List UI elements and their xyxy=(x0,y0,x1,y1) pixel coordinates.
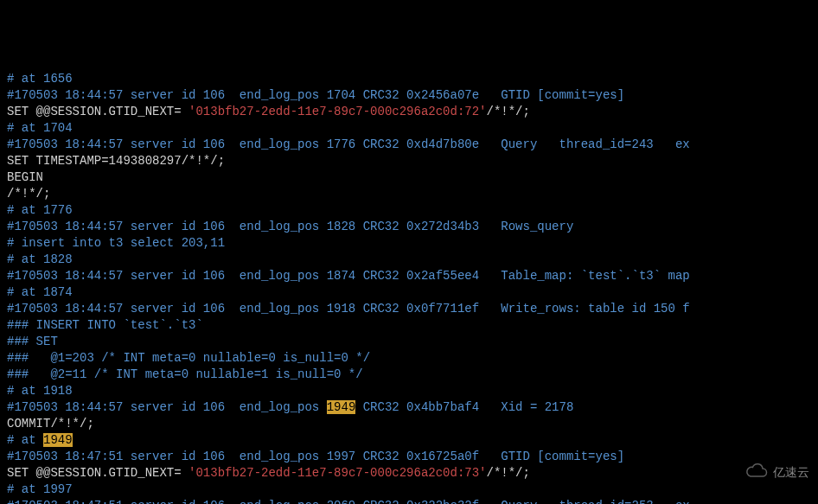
log-segment: # at 1874 xyxy=(7,285,73,299)
log-line: #170503 18:44:57 server id 106 end_log_p… xyxy=(7,219,811,235)
log-segment: '013bfb27-2edd-11e7-89c7-000c296a2c0d:73… xyxy=(189,466,486,480)
log-line: # at 1656 xyxy=(7,71,811,87)
log-line: #170503 18:44:57 server id 106 end_log_p… xyxy=(7,137,811,153)
log-line: ### INSERT INTO `test`.`t3` xyxy=(7,317,811,334)
log-segment: # at 1776 xyxy=(7,203,73,217)
log-line: ### @1=203 /* INT meta=0 nullable=0 is_n… xyxy=(7,350,811,367)
log-segment: /*!*/; xyxy=(7,187,50,201)
cloud-icon xyxy=(732,446,768,499)
terminal-output: # at 1656#170503 18:44:57 server id 106 … xyxy=(7,71,811,504)
log-line: ### @2=11 /* INT meta=0 nullable=1 is_nu… xyxy=(7,367,811,383)
log-segment: #170503 18:47:51 server id 106 end_log_p… xyxy=(7,450,624,463)
log-line: # at 1997 xyxy=(7,482,811,498)
log-segment: '013bfb27-2edd-11e7-89c7-000c296a2c0d:72… xyxy=(189,105,486,118)
log-segment: /*!*/; xyxy=(487,105,530,118)
log-segment: # at 1997 xyxy=(7,482,73,496)
log-segment: #170503 18:44:57 server id 106 end_log_p… xyxy=(7,88,624,102)
watermark-text: 亿速云 xyxy=(773,464,809,481)
log-line: #170503 18:47:51 server id 106 end_log_p… xyxy=(7,498,811,504)
log-line: #170503 18:44:57 server id 106 end_log_p… xyxy=(7,268,811,284)
log-segment: # at 1828 xyxy=(7,252,73,266)
log-segment: #170503 18:44:57 server id 106 end_log_p… xyxy=(7,400,327,414)
log-segment: CRC32 0x4bb7baf4 Xid = 2178 xyxy=(355,400,573,414)
log-segment: BEGIN xyxy=(7,170,43,184)
log-segment: # at 1656 xyxy=(7,72,73,86)
log-segment: #170503 18:44:57 server id 106 end_log_p… xyxy=(7,137,690,151)
log-line: SET @@SESSION.GTID_NEXT= '013bfb27-2edd-… xyxy=(7,465,811,482)
log-segment: 1949 xyxy=(43,433,73,447)
log-segment: # insert into t3 select 203,11 xyxy=(7,236,225,250)
log-line: BEGIN xyxy=(7,169,811,186)
log-line: #170503 18:44:57 server id 106 end_log_p… xyxy=(7,399,811,416)
log-segment: #170503 18:47:51 server id 106 end_log_p… xyxy=(7,499,690,504)
log-segment: SET @@SESSION.GTID_NEXT= xyxy=(7,466,189,480)
log-line: # at 1828 xyxy=(7,252,811,268)
log-segment: ### @1=203 /* INT meta=0 nullable=0 is_n… xyxy=(7,351,370,365)
log-segment: 1949 xyxy=(327,400,356,414)
log-segment: # at 1918 xyxy=(7,384,73,398)
log-line: #170503 18:44:57 server id 106 end_log_p… xyxy=(7,301,811,317)
log-line: # at 1704 xyxy=(7,120,811,137)
log-line: COMMIT/*!*/; xyxy=(7,416,811,432)
log-line: #170503 18:44:57 server id 106 end_log_p… xyxy=(7,87,811,104)
log-line: ### SET xyxy=(7,334,811,350)
log-line: #170503 18:47:51 server id 106 end_log_p… xyxy=(7,449,811,465)
log-line: # insert into t3 select 203,11 xyxy=(7,235,811,252)
log-line: SET TIMESTAMP=1493808297/*!*/; xyxy=(7,153,811,169)
log-line: SET @@SESSION.GTID_NEXT= '013bfb27-2edd-… xyxy=(7,104,811,120)
log-line: /*!*/; xyxy=(7,186,811,202)
watermark: 亿速云 xyxy=(732,446,809,499)
log-segment: #170503 18:44:57 server id 106 end_log_p… xyxy=(7,302,690,316)
log-segment: COMMIT/*!*/; xyxy=(7,417,94,431)
log-segment: # at 1704 xyxy=(7,121,73,135)
log-line: # at 1776 xyxy=(7,202,811,219)
log-line: # at 1918 xyxy=(7,383,811,399)
log-segment: #170503 18:44:57 server id 106 end_log_p… xyxy=(7,220,573,233)
log-segment: SET TIMESTAMP=1493808297/*!*/; xyxy=(7,154,225,168)
log-segment: ### SET xyxy=(7,335,58,348)
log-segment: # at xyxy=(7,433,43,447)
log-segment: /*!*/; xyxy=(487,466,530,480)
log-segment: ### @2=11 /* INT meta=0 nullable=1 is_nu… xyxy=(7,367,363,381)
log-segment: SET @@SESSION.GTID_NEXT= xyxy=(7,105,189,118)
log-segment: #170503 18:44:57 server id 106 end_log_p… xyxy=(7,269,690,283)
log-segment: ### INSERT INTO `test`.`t3` xyxy=(7,318,203,332)
log-line: # at 1874 xyxy=(7,284,811,301)
log-line: # at 1949 xyxy=(7,432,811,449)
